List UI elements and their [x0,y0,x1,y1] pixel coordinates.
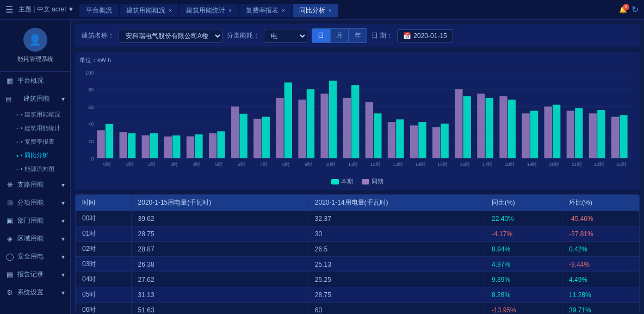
svg-text:5时: 5时 [215,162,223,167]
svg-text:23时: 23时 [616,162,626,167]
svg-text:4时: 4时 [193,162,201,167]
table-cell: 4.97% [485,257,562,272]
sidebar-menu: ▦平台概况▤建筑用能▾• 建筑用能概况• 建筑用能统计• 复费率报表• 同比分析… [0,72,70,301]
sidebar-item-报告记录[interactable]: ▤报告记录▾ [0,266,70,284]
table-row: 02时28.8726.58.94%0.42% [76,242,640,257]
sidebar-item-系统设置[interactable]: ⚙系统设置▾ [0,284,70,301]
menu-icon[interactable]: ☰ [5,4,13,15]
svg-text:14时: 14时 [415,162,425,167]
sidebar-group-title-建筑用能[interactable]: ▤建筑用能▾ [0,90,70,108]
data-table: 时间2020-1-15用电量(千瓦时)2020-1-14用电量(千瓦时)同比(%… [75,194,640,314]
table-cell: 26.38 [131,257,308,272]
topbar-tab-复费率报表[interactable]: 复费率报表 × [239,4,292,17]
table-cell: 25.25 [308,272,485,287]
svg-rect-47 [351,85,359,158]
refresh-icon[interactable]: ↻ [631,4,639,15]
svg-rect-56 [418,122,426,158]
notification-badge: 8 [623,4,629,10]
svg-rect-19 [142,136,150,158]
svg-rect-20 [150,133,158,158]
svg-text:60: 60 [88,104,94,110]
svg-rect-22 [164,137,172,158]
sidebar-label: 建筑用能 [23,94,49,103]
svg-rect-50 [374,113,381,158]
sidebar-icon: ◯ [5,253,14,261]
svg-text:21时: 21时 [572,162,581,167]
sidebar-sub-item-同比分析[interactable]: • 同比分析 [11,149,70,162]
tab-close-icon[interactable]: × [329,8,332,14]
time-btn-月[interactable]: 月 [330,28,349,43]
svg-text:15时: 15时 [437,162,447,167]
topbar-tab-建筑用能概况[interactable]: 建筑用能概况 × [120,4,178,17]
svg-text:0时: 0时 [103,162,111,167]
chart-container: 单位：kW·h 0204060801000时1时2时3时4时5时6时7时8时9时… [75,52,640,190]
svg-rect-14 [106,124,113,158]
table-row: 03时26.3825.134.97%-9.44% [76,257,640,272]
table-row: 04时27.6225.259.39%4.49% [76,272,640,287]
building-select[interactable]: 安科瑞电气股份有限公司A楼 [119,29,222,43]
svg-rect-38 [284,82,292,158]
sidebar-label: 系统设置 [17,288,44,297]
sidebar-item-支路用能[interactable]: ❋支路用能▾ [0,176,70,194]
sidebar-sub-item-建筑用能统计[interactable]: • 建筑用能统计 [11,121,70,135]
sidebar-item-平台概况[interactable]: ▦平台概况 [0,72,70,90]
svg-rect-58 [432,127,440,158]
sidebar-sub-item-建筑用能概况[interactable]: • 建筑用能概况 [11,108,70,121]
svg-text:10时: 10时 [326,162,336,167]
main-content: 建筑名称： 安科瑞电气股份有限公司A楼 分类能耗： 电 日月年 日 期： 📅 2… [71,20,644,314]
topbar-icons: 🔔 8 ↻ [619,4,639,15]
time-btn-年[interactable]: 年 [349,28,367,43]
sidebar-group-1: ▤建筑用能▾• 建筑用能概况• 建筑用能统计• 复费率报表• 同比分析• 能源流… [0,90,70,176]
tab-close-icon[interactable]: × [282,8,285,14]
sidebar-item-区域用能[interactable]: ◈区域用能▾ [0,230,70,248]
table-cell: 00时 [76,211,132,226]
sidebar-item-分项用能[interactable]: ⊞分项用能▾ [0,194,70,212]
table-cell: 26.5 [308,242,485,257]
chevron-icon: ▾ [61,217,65,225]
sidebar-label: 平台概况 [17,76,44,85]
sidebar-sub-建筑用能: • 建筑用能概况• 建筑用能统计• 复费率报表• 同比分析• 能源流向图 [0,108,70,176]
svg-rect-31 [231,107,239,158]
topbar-title: 主题 | 中文 acrel ▼ [18,5,74,14]
svg-text:80: 80 [88,87,94,93]
sidebar-sub-item-能源流向图[interactable]: • 能源流向图 [11,162,70,176]
svg-text:13时: 13时 [393,162,403,167]
notification-bell[interactable]: 🔔 8 [619,6,627,14]
svg-rect-79 [589,113,597,158]
table-cell: 28.75 [308,287,485,303]
category-label: 分类能耗： [227,31,259,40]
topbar-tab-建筑用能统计[interactable]: 建筑用能统计 × [179,4,238,17]
svg-text:9时: 9时 [305,162,312,167]
svg-rect-34 [253,119,261,158]
sidebar-item-部门用能[interactable]: ▣部门用能▾ [0,212,70,230]
table-cell: 02时 [76,242,132,257]
topbar-tab-同比分析[interactable]: 同比分析 × [293,4,338,17]
svg-rect-77 [575,108,583,158]
sidebar-icon: ❋ [5,181,14,189]
table-cell: 05时 [76,287,132,303]
svg-text:12时: 12时 [370,162,380,167]
svg-text:20: 20 [88,139,94,144]
svg-text:0: 0 [91,156,94,161]
tab-close-icon[interactable]: × [169,8,172,14]
svg-rect-53 [396,119,404,158]
chevron-icon: ▾ [61,253,65,261]
table-header: 2020-1-15用电量(千瓦时) [131,195,308,211]
date-picker[interactable]: 📅 2020-01-15 [397,29,453,42]
table-cell: 25.13 [308,257,485,272]
sidebar-item-安全用电[interactable]: ◯安全用电▾ [0,248,70,266]
tab-close-icon[interactable]: × [228,8,232,14]
svg-rect-61 [455,89,462,158]
table-cell: 8.28% [485,287,562,303]
chevron-icon: ▾ [61,271,65,279]
table-cell: 06时 [76,303,132,315]
time-btn-日[interactable]: 日 [312,28,330,43]
svg-rect-65 [486,98,493,158]
topbar-tab-平台概况[interactable]: 平台概况 [79,4,119,17]
sidebar: 👤 能耗管理系统 ▦平台概况▤建筑用能▾• 建筑用能概况• 建筑用能统计• 复费… [0,20,71,314]
legend-current-label: 本期 [341,177,353,186]
svg-rect-23 [172,136,180,158]
sidebar-sub-item-复费率报表[interactable]: • 复费率报表 [11,135,70,149]
svg-rect-62 [463,96,471,158]
category-select[interactable]: 电 [264,29,307,43]
